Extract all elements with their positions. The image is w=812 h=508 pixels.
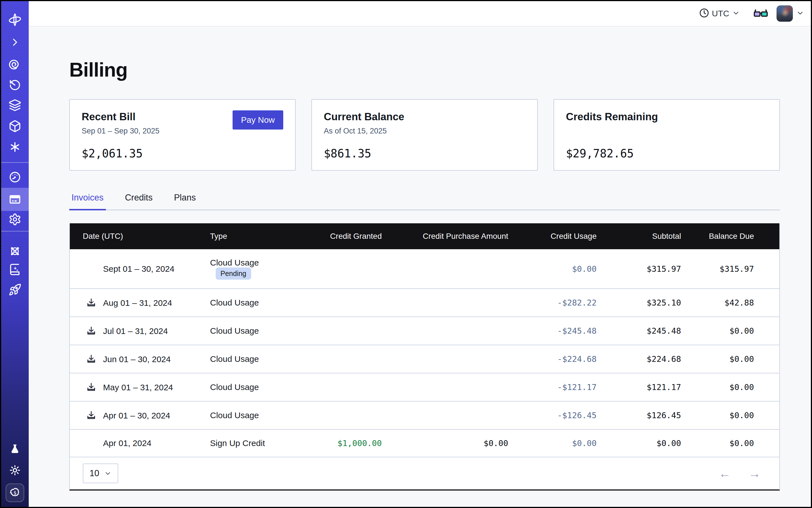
credit-usage-cell: -$121.17 bbox=[508, 373, 597, 401]
spiral-icon[interactable] bbox=[1, 53, 29, 76]
invoice-type: Cloud Usage bbox=[210, 298, 259, 307]
balance-due-cell: $0.00 bbox=[681, 373, 779, 401]
glasses-icon[interactable] bbox=[753, 7, 769, 20]
flask-icon[interactable] bbox=[1, 438, 29, 461]
pay-now-button[interactable]: Pay Now bbox=[232, 111, 283, 130]
credit-usage-value: -$126.45 bbox=[557, 411, 597, 420]
page-size-select[interactable]: 10 bbox=[83, 464, 118, 483]
download-invoice-icon[interactable] bbox=[86, 298, 96, 308]
download-invoice-icon[interactable] bbox=[86, 410, 96, 420]
next-page-button[interactable]: → bbox=[749, 467, 761, 479]
invoices-table: Date (UTC) Type Credit Granted Credit Pu… bbox=[69, 223, 780, 491]
current-balance-card: Current Balance As of Oct 15, 2025 $861.… bbox=[311, 99, 538, 171]
page-title: Billing bbox=[69, 58, 780, 81]
credit-granted-cell bbox=[297, 401, 382, 429]
table-row: Apr 01, 2024Sign Up Credit$1,000.00$0.00… bbox=[70, 429, 779, 457]
download-invoice-icon[interactable] bbox=[86, 382, 96, 392]
asterisk-icon[interactable] bbox=[1, 136, 29, 158]
date-cell: Sept 01 – 30, 2024 bbox=[70, 249, 210, 289]
col-type: Type bbox=[210, 223, 297, 249]
date-cell: Apr 01, 2024 bbox=[70, 429, 210, 457]
chevron-down-icon bbox=[104, 470, 112, 477]
recent-bill-card: Recent Bill Sep 01 – Sep 30, 2025 $2,061… bbox=[69, 99, 296, 171]
sidebar: $ bbox=[1, 1, 29, 507]
chevron-down-icon[interactable] bbox=[796, 9, 804, 18]
billing-page: $ UTC Billing Recent Bill Sep 01 – Sep 3… bbox=[0, 0, 812, 508]
svg-text:$: $ bbox=[13, 490, 16, 496]
credit-card-icon bbox=[8, 193, 22, 206]
col-credit-purchase: Credit Purchase Amount bbox=[382, 223, 508, 249]
dollar-credits-button[interactable]: $ bbox=[6, 483, 24, 502]
current-balance-amount: $861.35 bbox=[324, 147, 525, 160]
layers-icon[interactable] bbox=[1, 94, 29, 117]
col-date: Date (UTC) bbox=[70, 223, 210, 249]
date-cell: Jun 01 – 30, 2024 bbox=[70, 345, 210, 373]
tab-plans[interactable]: Plans bbox=[172, 189, 198, 210]
sidebar-item-billing[interactable] bbox=[1, 188, 29, 211]
subtotal-cell: $126.45 bbox=[597, 401, 681, 429]
type-cell: Cloud Usage bbox=[210, 401, 297, 429]
card-subtitle: As of Oct 15, 2025 bbox=[324, 127, 525, 136]
balance-due-cell: $42.88 bbox=[681, 289, 779, 317]
invoice-date: Jun 01 – 30, 2024 bbox=[103, 354, 171, 364]
credit-granted-value: $1,000.00 bbox=[338, 438, 382, 448]
user-avatar[interactable] bbox=[776, 5, 793, 22]
orbit-logo-icon[interactable] bbox=[1, 8, 29, 31]
credit-usage-cell: -$126.45 bbox=[508, 401, 597, 429]
invoice-type: Sign Up Credit bbox=[210, 438, 265, 448]
chevron-down-icon[interactable] bbox=[732, 9, 740, 18]
invoice-table-body: Sept 01 – 30, 2024Cloud UsagePending$0.0… bbox=[70, 249, 779, 457]
invoice-type: Cloud Usage bbox=[210, 411, 259, 420]
credit-granted-cell bbox=[297, 373, 382, 401]
card-title: Credits Remaining bbox=[566, 111, 768, 123]
invoice-date: Apr 01, 2024 bbox=[103, 438, 152, 448]
rocket-icon[interactable] bbox=[1, 279, 29, 301]
subtotal-cell: $325.10 bbox=[597, 289, 681, 317]
type-cell: Cloud UsagePending bbox=[210, 249, 297, 289]
subtotal-cell: $315.97 bbox=[597, 249, 681, 289]
pending-badge: Pending bbox=[216, 267, 251, 280]
type-cell: Cloud Usage bbox=[210, 345, 297, 373]
invoice-date: Apr 01 – 30, 2024 bbox=[103, 411, 170, 420]
invoice-type: Cloud Usage bbox=[210, 326, 259, 335]
type-cell: Cloud Usage bbox=[210, 289, 297, 317]
credit-purchase-cell bbox=[382, 249, 508, 289]
settings-gear-icon[interactable] bbox=[1, 208, 29, 230]
credit-usage-cell: -$224.68 bbox=[508, 345, 597, 373]
credit-purchase-cell: $0.00 bbox=[382, 429, 508, 457]
date-cell: May 01 – 31, 2024 bbox=[70, 373, 210, 401]
main-content: Billing Recent Bill Sep 01 – Sep 30, 202… bbox=[69, 27, 780, 491]
cube-icon[interactable] bbox=[1, 115, 29, 137]
col-credit-granted: Credit Granted bbox=[297, 223, 382, 249]
subtotal-cell: $224.68 bbox=[597, 345, 681, 373]
expand-sidebar-chevron-icon[interactable] bbox=[1, 31, 29, 53]
tab-invoices[interactable]: Invoices bbox=[69, 189, 106, 210]
tab-credits[interactable]: Credits bbox=[123, 189, 155, 210]
balance-due-cell: $315.97 bbox=[681, 249, 779, 289]
download-invoice-icon[interactable] bbox=[86, 326, 96, 336]
history-icon[interactable] bbox=[1, 74, 29, 96]
sidebar-divider bbox=[1, 231, 29, 231]
timezone-selector[interactable]: UTC bbox=[712, 9, 729, 18]
summary-cards: Recent Bill Sep 01 – Sep 30, 2025 $2,061… bbox=[69, 99, 780, 171]
credit-usage-cell: -$282.22 bbox=[508, 289, 597, 317]
credit-usage-value: $0.00 bbox=[572, 438, 597, 448]
credit-purchase-cell bbox=[382, 289, 508, 317]
invoice-type: Cloud Usage bbox=[210, 258, 259, 267]
credits-remaining-amount: $29,782.65 bbox=[566, 147, 768, 160]
sidebar-divider bbox=[1, 162, 29, 163]
card-subtitle bbox=[566, 127, 768, 136]
sun-icon[interactable] bbox=[1, 459, 29, 481]
credit-granted-cell bbox=[297, 317, 382, 345]
table-row: Aug 01 – 31, 2024Cloud Usage-$282.22$325… bbox=[70, 289, 779, 317]
balance-due-cell: $0.00 bbox=[681, 345, 779, 373]
gauge-icon[interactable] bbox=[1, 166, 29, 188]
clock-icon bbox=[699, 8, 710, 19]
credit-usage-cell: -$245.48 bbox=[508, 317, 597, 345]
invoice-date: May 01 – 31, 2024 bbox=[103, 383, 173, 392]
table-footer: 10 ← → bbox=[83, 464, 766, 483]
docs-book-icon[interactable] bbox=[1, 258, 29, 281]
prev-page-button[interactable]: ← bbox=[719, 467, 731, 479]
download-invoice-icon[interactable] bbox=[86, 354, 96, 364]
subtotal-cell: $121.17 bbox=[597, 373, 681, 401]
